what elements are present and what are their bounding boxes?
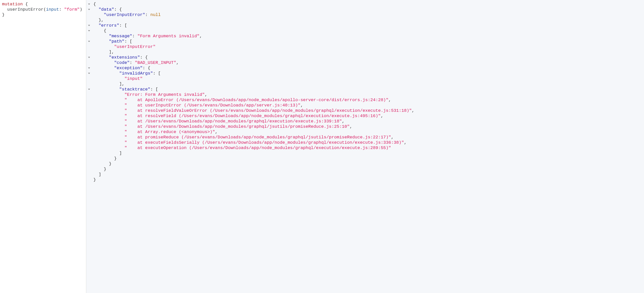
fold-toggle[interactable] — [86, 7, 92, 12]
json-key: "extensions" — [109, 55, 140, 60]
response-panel: { "data": { "userInputError": null }, "e… — [86, 0, 644, 293]
keyword-mutation: mutation — [2, 2, 23, 7]
json-key: "userInputError" — [104, 12, 145, 17]
response-line: "userInputError" — [93, 44, 644, 49]
response-line: "errors": [ — [93, 23, 644, 28]
json-string: "BAD_USER_INPUT" — [135, 60, 176, 65]
response-line: " at /Users/evans/Downloads/app/node_mod… — [93, 119, 644, 124]
response-line: } — [93, 156, 644, 161]
query-line-1: mutation { — [2, 2, 84, 7]
json-punct: ] — [119, 151, 122, 156]
query-line-2: userInputError(input: "form") — [2, 7, 84, 12]
json-punct: , — [176, 60, 179, 65]
response-line: "invalidArgs": [ — [93, 71, 644, 76]
json-punct: { — [104, 28, 106, 33]
response-line: } — [93, 161, 644, 167]
response-line: " at resolveFieldValueOrError (/Users/ev… — [93, 108, 644, 113]
json-punct: ] — [98, 172, 101, 177]
query-editor[interactable]: mutation { userInputError(input: "form")… — [0, 0, 86, 293]
response-line: " at promiseReduce (/Users/evans/Downloa… — [93, 135, 644, 140]
json-punct: } — [104, 167, 106, 172]
json-punct: , — [199, 34, 202, 39]
json-string: " at Array.reduce (<anonymous>)" — [124, 130, 215, 134]
response-line: } — [93, 177, 644, 182]
json-punct: , — [388, 98, 391, 102]
json-punct: , — [205, 92, 207, 97]
json-punct: , — [215, 130, 217, 134]
response-line: }, — [93, 17, 644, 23]
response-line: "userInputError": null — [93, 12, 644, 17]
fold-toggle[interactable] — [86, 39, 92, 44]
response-line: "code": "BAD_USER_INPUT", — [93, 60, 644, 65]
json-punct: }, — [98, 18, 104, 23]
json-punct: , — [404, 140, 406, 145]
response-line: " at /Users/evans/Downloads/app/node_mod… — [93, 124, 644, 129]
json-string: "input" — [124, 76, 142, 81]
response-line: ] — [93, 151, 644, 156]
response-line: "exception": { — [93, 65, 644, 71]
json-null: null — [150, 12, 161, 17]
json-string: " at promiseReduce (/Users/evans/Downloa… — [124, 135, 391, 140]
fold-toggle[interactable] — [86, 23, 92, 28]
response-line: " at executeOperation (/Users/evans/Down… — [93, 145, 644, 151]
json-string: " at executeFieldsSerially (/Users/evans… — [124, 140, 404, 145]
json-key: "message" — [109, 34, 132, 39]
argument-value: "form" — [64, 7, 80, 12]
json-punct: : { — [140, 55, 148, 60]
json-string: " at /Users/evans/Downloads/app/node_mod… — [124, 124, 350, 129]
query-line-3: } — [2, 12, 84, 17]
json-punct: : [ — [119, 23, 127, 28]
fold-toggle[interactable] — [86, 71, 92, 76]
fold-toggle[interactable] — [86, 55, 92, 60]
json-punct: : — [145, 12, 150, 17]
json-key: "stacktrace" — [119, 87, 150, 92]
json-key: "errors" — [98, 23, 119, 28]
json-key: "path" — [109, 39, 124, 44]
json-punct: , — [391, 135, 394, 140]
json-punct: , — [350, 124, 352, 129]
json-string: " at userInputError (/Users/evans/Downlo… — [124, 103, 300, 108]
response-line: "Error: Form Arguments invalid", — [93, 92, 644, 97]
json-punct: } — [93, 177, 96, 182]
response-line: { — [93, 2, 644, 7]
response-line: "stacktrace": [ — [93, 87, 644, 92]
argument-name: input — [46, 7, 59, 12]
response-line: "input" — [93, 76, 644, 81]
field-name: userInputError — [7, 7, 43, 12]
json-punct: , — [412, 108, 414, 113]
json-key: "data" — [98, 7, 114, 12]
json-punct: : [ — [153, 71, 161, 76]
json-key: "invalidArgs" — [119, 71, 153, 76]
json-string: "userInputError" — [114, 44, 156, 49]
response-line: { — [93, 28, 644, 33]
json-string: " at resolveField (/Users/evans/Download… — [124, 114, 381, 118]
json-punct: ], — [119, 82, 124, 86]
response-line: "data": { — [93, 7, 644, 12]
json-string: "Form Arguments invalid" — [137, 34, 199, 39]
fold-toggle[interactable] — [86, 87, 92, 92]
json-punct: , — [300, 103, 303, 108]
json-string: " at /Users/evans/Downloads/app/node_mod… — [124, 119, 342, 124]
response-line: " at resolveField (/Users/evans/Download… — [93, 113, 644, 119]
fold-toggle[interactable] — [86, 65, 92, 71]
json-punct: } — [114, 156, 117, 161]
json-punct: : [ — [150, 87, 158, 92]
response-line: ] — [93, 172, 644, 177]
fold-gutter[interactable] — [86, 0, 92, 293]
response-line: } — [93, 167, 644, 172]
response-line: ], — [93, 81, 644, 87]
response-viewer[interactable]: { "data": { "userInputError": null }, "e… — [86, 0, 644, 184]
json-string: " at resolveFieldValueOrError (/Users/ev… — [124, 108, 412, 113]
json-punct: { — [93, 2, 96, 7]
json-string: " at executeOperation (/Users/evans/Down… — [124, 145, 391, 150]
json-punct: , — [342, 119, 344, 124]
fold-toggle[interactable] — [86, 28, 92, 33]
json-punct: ], — [109, 50, 114, 54]
response-line: "extensions": { — [93, 55, 644, 60]
fold-toggle[interactable] — [86, 2, 92, 7]
json-string: "Error: Form Arguments invalid" — [124, 92, 205, 97]
response-line: "message": "Form Arguments invalid", — [93, 33, 644, 39]
json-punct: : { — [143, 66, 150, 70]
response-line: " at executeFieldsSerially (/Users/evans… — [93, 140, 644, 145]
response-line: " at userInputError (/Users/evans/Downlo… — [93, 103, 644, 108]
